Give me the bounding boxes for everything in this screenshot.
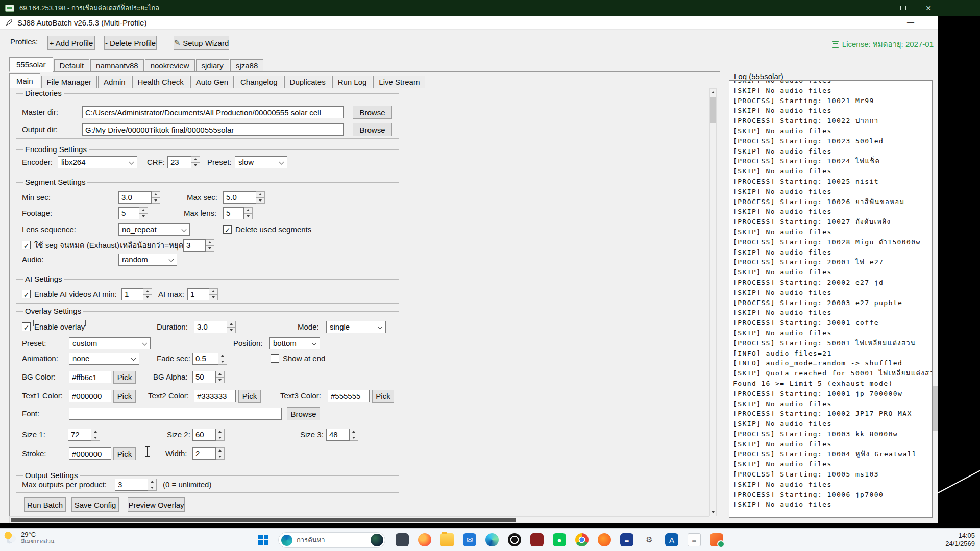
audio-dropdown[interactable]: random xyxy=(118,254,177,266)
text1-pick-button[interactable]: Pick xyxy=(113,390,136,403)
spin-down-button[interactable] xyxy=(216,454,224,460)
font-input[interactable] xyxy=(69,408,282,420)
spin-down-button[interactable] xyxy=(256,197,264,204)
weather-widget[interactable]: 29°C มีเมฆบางส่วน xyxy=(4,531,54,545)
app-red-icon[interactable] xyxy=(530,533,544,546)
spin-down-button[interactable] xyxy=(216,377,224,383)
delete-used-checkbox[interactable] xyxy=(223,225,232,234)
main-horizontal-scrollbar[interactable] xyxy=(9,516,709,523)
encoder-dropdown[interactable]: libx264 xyxy=(58,156,137,168)
text1-color-input[interactable] xyxy=(69,390,111,402)
obs-icon[interactable] xyxy=(508,533,521,546)
scroll-up-button[interactable] xyxy=(710,89,716,96)
spin-down-button[interactable] xyxy=(216,435,224,441)
start-button[interactable] xyxy=(258,535,268,545)
master-dir-input[interactable] xyxy=(82,106,344,118)
spin-up-button[interactable] xyxy=(227,321,235,327)
crf-stepper[interactable]: 23 xyxy=(167,156,200,168)
footage-stepper[interactable]: 5 xyxy=(118,207,148,219)
spin-up-button[interactable] xyxy=(139,208,148,213)
spin-down-button[interactable] xyxy=(244,213,252,219)
scroll-down-button[interactable] xyxy=(710,509,716,516)
spin-up-button[interactable] xyxy=(350,429,358,435)
rdp-close-button[interactable]: ✕ xyxy=(916,0,941,16)
stroke-color-input[interactable] xyxy=(69,447,111,460)
enable-ai-checkbox[interactable] xyxy=(22,290,31,298)
scrollbar-thumb[interactable] xyxy=(933,386,938,431)
remain-stop-stepper[interactable]: 3 xyxy=(183,239,214,252)
preview-overlay-button[interactable]: Preview Overlay xyxy=(128,497,185,512)
section-tab[interactable]: Run Log xyxy=(332,76,373,88)
section-tab[interactable]: Live Stream xyxy=(373,76,425,88)
bg-color-pick-button[interactable]: Pick xyxy=(113,371,136,384)
overlay-preset-dropdown[interactable]: custom xyxy=(69,337,151,349)
mail-icon[interactable]: ✉ xyxy=(463,533,476,546)
scrollbar-thumb[interactable] xyxy=(710,97,716,123)
app-blue-icon[interactable]: A xyxy=(665,533,678,546)
text3-pick-button[interactable]: Pick xyxy=(372,390,394,403)
fade-sec-stepper[interactable]: 0.5 xyxy=(192,353,227,365)
position-dropdown[interactable]: bottom xyxy=(270,337,320,349)
profile-tab[interactable]: Default xyxy=(54,59,90,71)
max-lens-stepper[interactable]: 5 xyxy=(223,207,253,219)
section-tab[interactable]: Main xyxy=(9,73,40,88)
spin-down-button[interactable] xyxy=(218,359,227,365)
text2-pick-button[interactable]: Pick xyxy=(238,390,261,403)
spin-up-button[interactable] xyxy=(216,429,224,435)
section-tab[interactable]: Changelog xyxy=(235,76,283,88)
master-browse-button[interactable]: Browse xyxy=(353,106,392,119)
max-sec-stepper[interactable]: 5.0 xyxy=(223,191,265,204)
lens-sequence-dropdown[interactable]: no_repeat xyxy=(118,223,190,236)
spin-up-button[interactable] xyxy=(216,448,224,454)
settings-gear-icon[interactable]: ⚙ xyxy=(643,533,656,546)
firefox-icon[interactable] xyxy=(418,533,431,546)
spin-down-button[interactable] xyxy=(152,197,160,204)
spin-down-button[interactable] xyxy=(206,245,214,252)
spin-up-button[interactable] xyxy=(206,240,214,245)
profile-tab[interactable]: sjza88 xyxy=(230,59,263,71)
spin-up-button[interactable] xyxy=(256,192,264,197)
profile-tab[interactable]: namnantv88 xyxy=(90,59,144,71)
mode-dropdown[interactable]: single xyxy=(326,321,386,333)
spin-up-button[interactable] xyxy=(91,429,100,435)
font-browse-button[interactable]: Browse xyxy=(287,407,320,420)
app-window-icon[interactable] xyxy=(396,533,409,546)
run-batch-button[interactable]: Run Batch xyxy=(24,497,66,512)
animation-dropdown[interactable]: none xyxy=(69,353,139,365)
spin-up-button[interactable] xyxy=(209,289,217,294)
preset-dropdown[interactable]: slow xyxy=(235,156,287,168)
spin-up-button[interactable] xyxy=(216,371,224,377)
spin-down-button[interactable] xyxy=(191,162,200,168)
spin-down-button[interactable] xyxy=(227,327,235,333)
notepad-icon[interactable]: ≡ xyxy=(688,533,701,546)
rdp-minimize-button[interactable]: — xyxy=(865,0,890,16)
add-profile-button[interactable]: + Add Profile xyxy=(47,36,95,50)
size2-stepper[interactable]: 60 xyxy=(192,429,225,441)
spin-up-button[interactable] xyxy=(244,208,252,213)
section-tab[interactable]: File Manager xyxy=(41,76,97,88)
output-browse-button[interactable]: Browse xyxy=(353,123,392,136)
bg-alpha-stepper[interactable]: 50 xyxy=(192,371,225,383)
ai-max-stepper[interactable]: 1 xyxy=(187,288,218,300)
max-outputs-stepper[interactable]: 3 xyxy=(115,479,157,491)
duration-stepper[interactable]: 3.0 xyxy=(194,321,236,333)
enable-overlay-checkbox[interactable] xyxy=(22,322,31,331)
rdp-maximize-button[interactable] xyxy=(890,0,916,16)
size3-stepper[interactable]: 48 xyxy=(326,429,358,441)
spin-down-button[interactable] xyxy=(148,485,156,491)
output-dir-input[interactable] xyxy=(82,123,344,136)
app-minimize-button[interactable]: — xyxy=(900,16,921,30)
spin-up-button[interactable] xyxy=(148,479,156,485)
media-player-icon[interactable] xyxy=(710,533,723,546)
section-tab[interactable]: Health Check xyxy=(132,76,189,88)
spin-up-button[interactable] xyxy=(191,157,200,162)
delete-profile-button[interactable]: - Delete Profile xyxy=(104,36,157,50)
taskbar-clock[interactable]: 14:05 24/1/2569 xyxy=(945,532,975,548)
ai-min-stepper[interactable]: 1 xyxy=(121,288,152,300)
profile-tab[interactable]: sjdiary xyxy=(196,59,229,71)
profile-tab[interactable]: 555solar xyxy=(9,57,53,72)
edge-icon[interactable] xyxy=(485,533,499,546)
spin-down-button[interactable] xyxy=(91,435,100,441)
spin-down-button[interactable] xyxy=(350,435,358,441)
text3-color-input[interactable] xyxy=(328,390,370,402)
